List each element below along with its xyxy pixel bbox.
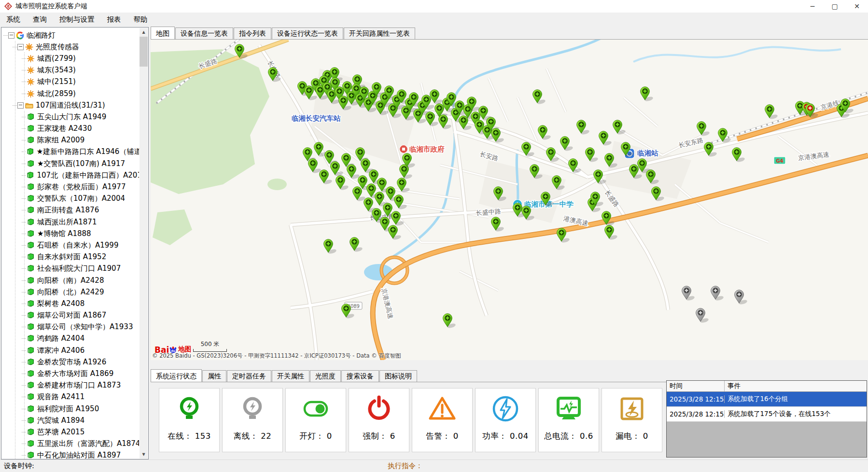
tree-item[interactable]: 城东(3543) — [22, 65, 139, 76]
tree-item-label: 王家珑巷 A2430 — [37, 124, 92, 133]
tree-item[interactable]: 观音路 A2411 — [22, 391, 139, 403]
tree-item[interactable]: 交警队东（107南）A2004 — [22, 193, 139, 205]
device-clock-label: 设备时钟: — [4, 461, 34, 471]
tree-scrollbar[interactable]: ▲ ▼ — [140, 28, 148, 458]
tree-collapse-box[interactable] — [8, 32, 14, 39]
scrollbar-thumb[interactable] — [140, 37, 148, 67]
scroll-up-arrow[interactable]: ▲ — [140, 28, 148, 36]
tree-item[interactable]: 自来水斜对面 A1952 — [22, 251, 139, 263]
maximize-button[interactable]: ▢ — [824, 0, 846, 13]
map-tab-4[interactable]: 开关回路属性一览表 — [344, 28, 415, 39]
status-card-text: 在线： 153 — [159, 431, 219, 442]
tree-connector — [22, 175, 26, 176]
tree-item[interactable]: 光照度传感器 — [13, 41, 139, 53]
tree-item[interactable]: 汽贸城 A1894 — [22, 415, 139, 426]
tree-item[interactable]: 南正街转盘 A1876 — [22, 205, 139, 216]
map-tab-0[interactable]: 地图 — [151, 27, 175, 39]
tree-item[interactable]: 城中(2151) — [22, 76, 139, 88]
event-log-row[interactable]: 2025/3/28 12:15:08系统加载了16个分组 — [667, 392, 867, 407]
bottom-tab-2[interactable]: 定时器任务 — [227, 370, 271, 382]
bottom-tab-4[interactable]: 光照度 — [310, 370, 341, 382]
tree-item-label: 107北（建新中路路口西）A2014 — [37, 171, 139, 180]
tree-item[interactable]: 中石化加油站对面 A1897 — [22, 450, 139, 459]
bottom-tab-5[interactable]: 搜索设备 — [341, 370, 379, 382]
device-icon — [27, 136, 35, 144]
tree-item[interactable]: 五里派出所（富源汽配）A1874 — [22, 438, 139, 450]
tree-item-label: 五里派出所（富源汽配）A1874 — [37, 439, 139, 448]
tree-item[interactable]: 城北(2859) — [22, 88, 139, 99]
tree-item[interactable]: 临湘路灯 — [3, 29, 139, 41]
menu-item[interactable]: 报表 — [101, 13, 127, 26]
tree-connector — [22, 315, 26, 316]
tree-item[interactable]: 石咀桥（自来水）A1999 — [22, 239, 139, 251]
sun-icon — [27, 78, 35, 86]
status-card-text: 开灯： 0 — [286, 431, 346, 442]
menu-item[interactable]: 控制与设置 — [53, 13, 101, 26]
tree-item[interactable]: 鸿鹤路 A2404 — [22, 333, 139, 345]
tree-collapse-box[interactable] — [17, 102, 24, 109]
tree-item[interactable]: 107北（建新中路路口西）A2014 — [22, 169, 139, 181]
tree-item-label: 向阳桥（南）A2428 — [37, 276, 104, 285]
device-icon — [27, 334, 35, 343]
folder-icon — [25, 101, 33, 110]
minimize-button[interactable]: ─ — [801, 0, 824, 13]
tree-connector — [22, 280, 26, 281]
tree-item[interactable]: 向阳桥（北）A2429 — [22, 286, 139, 298]
tree-item[interactable]: 城西(2799) — [22, 53, 139, 64]
device-icon — [27, 393, 35, 401]
tree-item[interactable]: ★建新中路路口东 A1946（辅道灯） — [22, 146, 139, 158]
event-log-row[interactable]: 2025/3/28 12:15:08系统加载了175个设备，在线153个 — [667, 407, 867, 422]
tree-item[interactable]: 向阳桥（南）A2428 — [22, 275, 139, 286]
tree-item[interactable]: 金桥建材市场门口 A1873 — [22, 380, 139, 391]
tree-item[interactable]: 烟草公司（求知中学）A1933 — [22, 321, 139, 333]
tree-item[interactable]: 烟草公司对面 A1867 — [22, 310, 139, 321]
tree-item[interactable]: 陈家组 A2009 — [22, 135, 139, 146]
tree-item[interactable]: 谭家冲 A2406 — [22, 345, 139, 356]
status-card-warning: 告警： 0 — [412, 388, 473, 452]
tree-item[interactable]: ★博物馆 A1888 — [22, 228, 139, 239]
tree-item[interactable]: 彭家巷（党校后面）A1977 — [22, 181, 139, 193]
poi-label: 临湘市政府 — [400, 145, 445, 153]
menu-item[interactable]: 帮助 — [127, 13, 154, 26]
device-icon — [27, 183, 35, 191]
tree-item[interactable]: 梨树巷 A2408 — [22, 298, 139, 309]
tree-connector — [22, 128, 26, 129]
tree-connector — [22, 82, 26, 82]
menu-item[interactable]: 系统 — [0, 13, 27, 26]
map-tab-3[interactable]: 设备运行状态一览表 — [272, 28, 343, 39]
bottom-tab-1[interactable]: 属性 — [202, 370, 226, 382]
map-tab-2[interactable]: 指令列表 — [234, 28, 271, 39]
tree-connector — [3, 35, 8, 36]
tree-item-label: ★博物馆 A1888 — [37, 229, 91, 238]
tree-item[interactable]: 107国道沿线(31/31) — [13, 99, 139, 111]
scroll-down-arrow[interactable]: ▼ — [140, 450, 148, 458]
tree-item[interactable]: 福利院对面 A1950 — [22, 403, 139, 415]
tree-collapse-box[interactable] — [17, 44, 24, 50]
tree-item-label: 观音路 A2411 — [37, 392, 84, 402]
tree-item-label: 金桥建材市场门口 A1873 — [37, 381, 121, 390]
device-icon — [27, 440, 35, 448]
close-button[interactable]: ✕ — [846, 0, 868, 13]
menu-item[interactable]: 查询 — [27, 13, 53, 26]
tree-item-label: 芭茅塘 A2015 — [37, 428, 84, 437]
tree-item[interactable]: 金桥大市场对面 A1869 — [22, 368, 139, 379]
tree-item[interactable]: 城西派出所A1871 — [22, 216, 139, 228]
tree-item[interactable]: 五尖山大门东 A1949 — [22, 111, 139, 123]
tree-item-label: 城中(2151) — [37, 77, 76, 86]
device-icon — [27, 381, 35, 389]
bottom-tab-3[interactable]: 开关属性 — [272, 370, 309, 382]
map-area[interactable]: 长盛路长白路长安路长安东路京港线京港澳高速港澳高速长盛中路长盛中路长盛路京港澳高… — [151, 39, 868, 360]
bottom-tab-6[interactable]: 图标说明 — [379, 370, 417, 382]
tree-item[interactable]: 社会福利院大门口 A1907 — [22, 263, 139, 275]
tree-item[interactable]: 芭茅塘 A2015 — [22, 426, 139, 438]
map-tab-1[interactable]: 设备信息一览表 — [175, 28, 233, 39]
status-card-text: 总电流： 0.6 — [539, 431, 599, 442]
bottom-tab-0[interactable]: 系统运行状态 — [151, 369, 202, 382]
title-bar: 城市照明监控系统客户端 ─ ▢ ✕ — [0, 0, 868, 13]
tree-item[interactable]: 王家珑巷 A2430 — [22, 123, 139, 135]
tree-item[interactable]: 金桥农贸市场 A1926 — [22, 356, 139, 368]
tree-item[interactable]: ★交警队西(107南) A1917 — [22, 158, 139, 169]
baidu-map[interactable]: 长盛路长白路长安路长安东路京港线京港澳高速港澳高速长盛中路长盛中路长盛路京港澳高… — [151, 40, 868, 360]
tree-item-label: 城西(2799) — [37, 54, 76, 63]
leakage-icon — [617, 394, 646, 423]
